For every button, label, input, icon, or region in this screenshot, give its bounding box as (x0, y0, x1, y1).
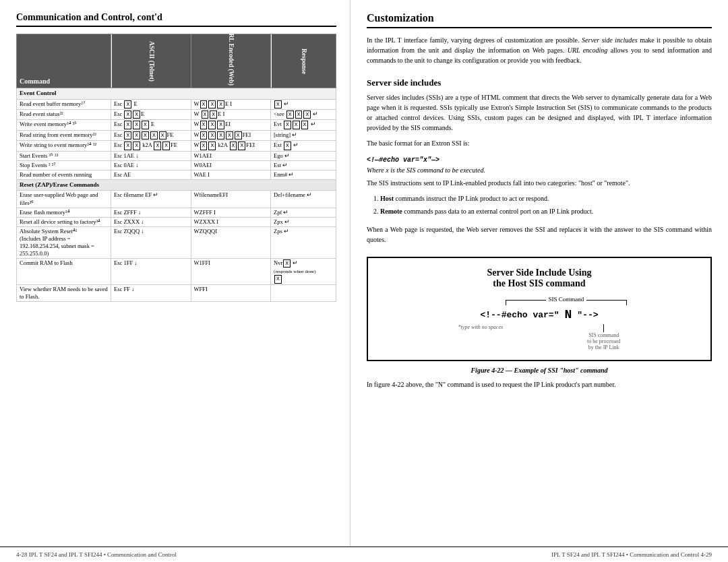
table-row: Erase flash memory³⁴ Esc ZFFF ↓ WZFFF I … (17, 208, 336, 217)
sis-diagram-box: Server Side Include Usingthe Host SIS co… (367, 257, 712, 361)
list-item-remote: Remote commands pass data to an external… (380, 206, 712, 216)
list-item-host: Host commands instruct the IP Link produ… (380, 193, 712, 204)
customization-title: Customization (367, 12, 712, 28)
table-row: Stop Events ³ ²⁷ Esc 0AE ↓ W0AEI Est ↵ (17, 160, 336, 170)
format-label: The basic format for an Extron SSI is: (367, 138, 712, 148)
figure-caption: Figure 4-22 — Example of SSI "host" comm… (367, 367, 712, 374)
table-row: Read event status²² Esc XXE W XXE I <see… (17, 110, 336, 120)
table-row: Absolute System Reset⁴¹(Includes IP addr… (17, 226, 336, 258)
table-row: Write event memory³⁴ ³⁵ Esc XXX E WXXXEI… (17, 120, 336, 130)
footer-left: 4-28 IPL T SF24 and IPL T SFI244 • Commu… (16, 551, 177, 558)
table-wrapper: Command ASCII (Telnet) URL Encoded (Web)… (16, 34, 336, 534)
echo-sub: Where x is the SIS command to be execute… (367, 166, 712, 174)
left-panel: Communication and Control, cont'd Comman… (0, 0, 351, 547)
server-side-desc: Server sides includes (SSIs) are a type … (367, 92, 712, 133)
table-row: Read event buffer memory²⁷ Esc X E WXXXE… (17, 99, 336, 109)
table-row: Erase user-supplied Web page and files²⁶… (17, 191, 336, 208)
footer: 4-28 IPL T SF24 and IPL T SFI244 • Commu… (0, 547, 728, 562)
server-side-title: Server side includes (367, 77, 712, 88)
sis-box-title: Server Side Include Usingthe Host SIS co… (377, 268, 701, 289)
table-row: Commit RAM to Flash Esc 1FF ↓ W1FFI NvrX… (17, 258, 336, 284)
command-table: Command ASCII (Telnet) URL Encoded (Web)… (16, 34, 336, 302)
table-row: Read number of events running Esc AE WAE… (17, 170, 336, 179)
table-row: Start Events ³⁵ ²² Esc 1AE ↓ W1AEI Ego ↵ (17, 151, 336, 160)
th-command: Command (17, 34, 111, 88)
table-row: View whether RAM needs to be saved to Fl… (17, 284, 336, 301)
sis-list: Host commands instruct the IP Link produ… (380, 193, 712, 219)
section-event-control: Event Control (17, 88, 336, 100)
th-url: URL Encoded (Web) (191, 34, 271, 88)
table-row: Read string from event memory²² Esc XXXX… (17, 130, 336, 140)
left-section-title: Communication and Control, cont'd (16, 12, 336, 27)
sis-categories: The SIS instructions sent to IP Link-ena… (367, 178, 712, 188)
right-panel: Customization In the IPL T interface fam… (351, 0, 728, 547)
intro-text: In the IPL T interface family, varying d… (367, 35, 712, 65)
echo-format: <!—#echo var="x"—> (367, 156, 712, 164)
section-reset: Reset (ZAP)/Erase Commands (17, 179, 336, 191)
th-ascii: ASCII (Telnet) (111, 34, 191, 88)
th-response: Response (271, 34, 336, 88)
table-row: Reset all device setting to factory³⁴ Es… (17, 217, 336, 226)
after-list-text: When a Web page is requested, the Web se… (367, 224, 712, 245)
table-row: Write string to event memory²⁴ ³² Esc XX… (17, 141, 336, 151)
after-figure-text: In figure 4-22 above, the "N" command is… (367, 379, 712, 389)
footer-right: IPL T SF24 and IPL T SFI244 • Communicat… (551, 551, 712, 558)
